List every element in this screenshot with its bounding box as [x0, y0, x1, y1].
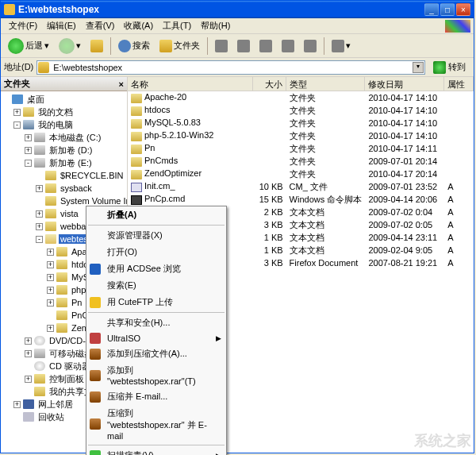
file-type: 文件夹 [286, 168, 366, 180]
file-row[interactable]: ZendOptimizer文件夹2010-04-17 20:14 [128, 168, 474, 180]
col-date[interactable]: 修改日期 [365, 77, 444, 91]
expand-toggle[interactable]: + [47, 249, 54, 256]
file-row[interactable]: MySQL-5.0.83文件夹2010-04-17 14:10 [128, 117, 474, 129]
search-button[interactable]: 搜索 [114, 37, 154, 55]
col-attr[interactable]: 属性 [444, 77, 474, 91]
file-icon [131, 170, 142, 179]
ctx-cuteftp[interactable]: 用 CuteFTP 上传 [86, 294, 226, 310]
expand-toggle[interactable]: + [36, 210, 43, 218]
menu-help[interactable]: 帮助(H) [196, 18, 235, 33]
ctx-emailarc[interactable]: 压缩并 E-mail... [86, 388, 226, 405]
back-button[interactable]: 后退▾ [4, 36, 53, 56]
drv-icon [34, 145, 45, 155]
drv-icon [34, 158, 45, 168]
file-attr: A [444, 207, 474, 217]
expand-toggle[interactable]: + [36, 185, 43, 192]
tool-button[interactable] [233, 37, 254, 55]
archive-icon [90, 391, 101, 403]
ctx-sharing[interactable]: 共享和安全(H)... [86, 314, 226, 331]
address-input[interactable] [36, 60, 425, 75]
col-name[interactable]: 名称 [128, 77, 253, 91]
ctx-emailrar[interactable]: 压缩到 "webtestshopex.rar" 并 E-mail [86, 405, 226, 443]
col-type[interactable]: 类型 [286, 77, 366, 91]
expand-toggle[interactable]: + [25, 376, 32, 383]
tree-label: 我的电脑 [36, 119, 75, 131]
tree-item-recycler[interactable]: $RECYCLE.BIN [1, 169, 127, 182]
folders-button[interactable]: 文件夹 [155, 37, 204, 55]
tree-label: 新加卷 (D:) [48, 145, 94, 156]
tree-item-sysback[interactable]: +sysback [1, 182, 127, 195]
forward-button[interactable]: ▾ [55, 36, 85, 56]
expand-toggle[interactable]: + [25, 134, 32, 141]
ctx-scan[interactable]: 扫描病毒(V)▶ [86, 447, 226, 455]
fld-icon [45, 183, 56, 193]
expand-toggle[interactable]: + [47, 274, 54, 281]
tree-item-drvC[interactable]: +本地磁盘 (C:) [1, 131, 127, 144]
ctx-addrar[interactable]: 添加到 "webtestshopex.rar"(T) [86, 362, 226, 388]
expand-toggle[interactable]: + [25, 350, 32, 357]
menu-edit[interactable]: 编辑(E) [42, 18, 81, 33]
tool-button[interactable] [211, 37, 232, 55]
col-size[interactable]: 大小 [253, 77, 286, 91]
go-button[interactable]: 转到 [428, 60, 470, 75]
expand-toggle[interactable]: + [25, 337, 32, 345]
file-attr: A [444, 258, 474, 268]
up-button[interactable] [86, 37, 107, 55]
tree-item-drvD[interactable]: +新加卷 (D:) [1, 144, 127, 156]
expand-toggle[interactable]: + [47, 261, 54, 268]
tree-item-desktop[interactable]: 桌面 [1, 93, 127, 106]
expand-toggle[interactable]: + [47, 325, 54, 332]
close-button[interactable]: × [456, 3, 470, 16]
fld-icon [56, 272, 67, 282]
ctx-explorer[interactable]: 资源管理器(X) [86, 227, 226, 244]
expand-toggle[interactable]: + [13, 109, 21, 116]
file-row[interactable]: Pn文件夹2010-04-17 14:11 [128, 142, 474, 155]
file-size: 10 KB [253, 182, 286, 191]
menu-tools[interactable]: 工具(T) [158, 18, 196, 33]
menu-file[interactable]: 文件(F) [4, 18, 42, 33]
address-dropdown[interactable]: ▾ [413, 62, 424, 73]
file-date: 2010-04-17 14:10 [365, 131, 444, 141]
expand-toggle[interactable]: - [25, 160, 32, 167]
expand-toggle[interactable]: + [25, 147, 32, 154]
ctx-open[interactable]: 打开(O) [86, 244, 226, 260]
menu-view[interactable]: 查看(V) [81, 18, 120, 33]
expand-toggle[interactable]: - [13, 121, 21, 129]
expand-toggle[interactable]: + [13, 401, 21, 408]
ctx-addarchive[interactable]: 添加到压缩文件(A)... [86, 345, 226, 362]
minimize-button[interactable]: _ [424, 3, 439, 16]
expand-toggle[interactable]: + [47, 287, 54, 294]
expand-toggle[interactable]: + [36, 223, 43, 230]
ctx-ultraiso[interactable]: UltraISO▶ [86, 331, 226, 345]
fld-icon [45, 171, 56, 180]
titlebar[interactable]: E:\webtestshopex _ □ × [1, 1, 474, 18]
file-date: 2009-04-14 20:06 [365, 195, 444, 204]
ctx-acdsee[interactable]: 使用 ACDSee 浏览 [86, 260, 226, 277]
file-row[interactable]: htdocs文件夹2010-04-17 14:10 [128, 104, 474, 117]
maximize-button[interactable]: □ [440, 3, 455, 16]
go-arrow-icon [433, 61, 446, 74]
desk-icon [12, 94, 23, 104]
window-title: E:\webtestshopex [18, 4, 424, 15]
tree-label: 回收站 [36, 411, 66, 423]
file-row[interactable]: Init.cm_10 KBCM_ 文件2009-07-01 23:52A [128, 180, 474, 193]
file-row[interactable]: PnCp.cmd15 KBWindows 命令脚本2009-04-14 20:0… [128, 193, 474, 206]
file-row[interactable]: Apache-20文件夹2010-04-17 14:10 [128, 91, 474, 104]
tool-button[interactable] [255, 37, 276, 55]
tree-item-drvE[interactable]: -新加卷 (E:) [1, 156, 127, 169]
file-size: 3 KB [253, 258, 286, 268]
tool-button[interactable] [300, 37, 321, 55]
close-tree-button[interactable]: × [119, 79, 124, 89]
tree-item-mycomp[interactable]: -我的电脑 [1, 118, 127, 131]
expand-toggle[interactable]: - [36, 236, 43, 243]
tree-item-mydocs[interactable]: +我的文档 [1, 106, 127, 118]
menu-favorites[interactable]: 收藏(A) [119, 18, 158, 33]
ctx-search[interactable]: 搜索(E) [86, 277, 226, 294]
expand-toggle[interactable]: + [47, 299, 54, 307]
file-row[interactable]: php-5.2.10-Win32文件夹2010-04-17 14:10 [128, 129, 474, 142]
file-row[interactable]: PnCmds文件夹2009-07-01 20:14 [128, 155, 474, 168]
file-date: 2009-07-02 0:05 [365, 220, 444, 229]
ctx-collapse[interactable]: 折叠(A) [86, 206, 226, 223]
tool-button[interactable] [278, 37, 298, 55]
views-button[interactable]: ▾ [328, 37, 355, 55]
